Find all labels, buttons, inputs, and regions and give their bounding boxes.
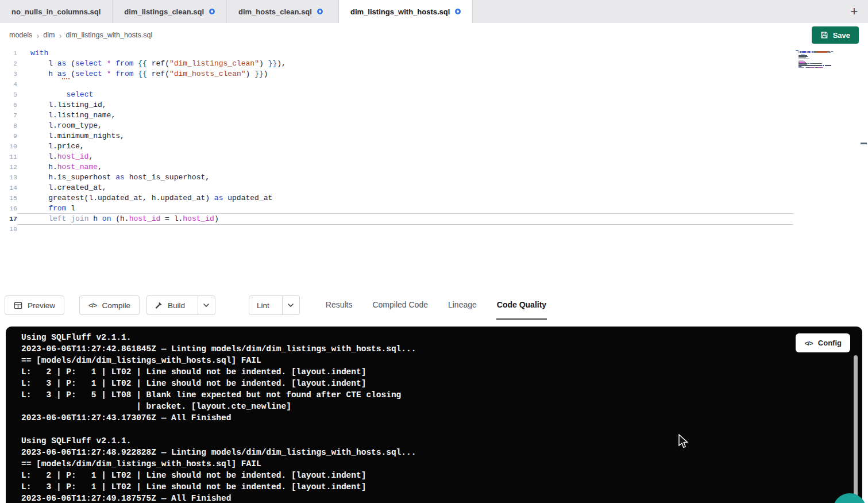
preview-button[interactable]: Preview <box>5 295 64 315</box>
code-lines: 1with2 l as (select * from {{ ref("dim_l… <box>0 48 868 235</box>
code-line-text: l.listing_id, <box>17 100 793 110</box>
code-token: l.listing_id, <box>30 101 107 109</box>
line-number: 6 <box>0 100 17 110</box>
terminal-line: 2023-06-06T11:27:49.187575Z — All Finish… <box>21 493 862 503</box>
build-button[interactable]: Build <box>147 296 192 314</box>
code-line[interactable]: 12 h.host_name, <box>0 162 868 172</box>
code-line[interactable]: 5 select <box>0 90 868 100</box>
code-line-text: h as (select * from {{ ref("dim_hosts_cl… <box>17 69 793 79</box>
code-line-text: h.is_superhost as host_is_superhost, <box>17 172 793 183</box>
code-token: select <box>75 70 102 78</box>
code-token: l.listing_name, <box>30 111 115 120</box>
lint-button[interactable]: Lint <box>249 296 277 314</box>
code-editor[interactable]: 1with2 l as (select * from {{ ref("dim_l… <box>0 47 868 291</box>
code-token: from <box>115 70 133 78</box>
code-token: select <box>75 59 102 68</box>
terminal-output[interactable]: Using SQLFluff v2.1.1.2023-06-06T11:27:4… <box>6 327 862 503</box>
panel-tab-results[interactable]: Results <box>325 291 353 320</box>
code-token: from <box>48 204 66 213</box>
code-line[interactable]: 1with <box>0 48 868 59</box>
code-token <box>30 204 48 213</box>
code-token: (h. <box>111 214 129 223</box>
line-number: 4 <box>0 79 17 90</box>
config-button[interactable]: </> Config <box>796 333 850 352</box>
code-token: as <box>115 173 125 182</box>
code-token: l.room_type, <box>30 121 102 130</box>
code-token: }} <box>268 59 277 68</box>
code-line[interactable]: 2 l as (select * from {{ ref("dim_listin… <box>0 59 868 69</box>
file-tab-label: dim_hosts_clean.sql <box>238 7 312 16</box>
code-line[interactable]: 13 h.is_superhost as host_is_superhost, <box>0 172 868 183</box>
panel-tab-code-quality[interactable]: Code Quality <box>496 291 547 320</box>
code-token: l.created_at, <box>30 183 107 192</box>
lint-underline <box>62 78 70 79</box>
code-token: host_is_superhost, <box>125 173 210 182</box>
code-line[interactable]: 16 from l <box>0 203 868 214</box>
terminal-line: 2023-06-06T11:27:42.861845Z — Linting mo… <box>21 343 862 355</box>
code-token: host_id <box>183 214 214 223</box>
line-number: 17 <box>0 214 17 224</box>
code-icon: </> <box>88 302 97 309</box>
code-token: l <box>30 59 57 68</box>
code-token: h.is_superhost <box>30 173 115 182</box>
code-token: host_name <box>57 163 98 171</box>
code-token: host_id <box>57 152 89 161</box>
code-line[interactable]: 14 l.created_at, <box>0 183 868 193</box>
code-token: select <box>66 90 93 99</box>
terminal-line: Using SQLFluff v2.1.1. <box>21 332 862 343</box>
build-options-dropdown[interactable] <box>198 296 215 314</box>
code-line[interactable]: 17 left join h on (h.host_id = l.host_id… <box>0 214 868 224</box>
file-tab[interactable]: no_nulls_in_columns.sql <box>0 0 113 23</box>
code-line[interactable]: 6 l.listing_id, <box>0 100 868 110</box>
code-line-text: left join h on (h.host_id = l.host_id) <box>17 214 793 224</box>
file-tab[interactable]: dim_listings_with_hosts.sql <box>339 0 473 23</box>
code-line-text: l.listing_name, <box>17 110 793 121</box>
file-tab[interactable]: dim_listings_clean.sql <box>113 0 227 23</box>
code-line[interactable]: 9 l.minimum_nights, <box>0 131 868 141</box>
code-line[interactable]: 3 h as (select * from {{ ref("dim_hosts_… <box>0 69 868 79</box>
lint-options-dropdown[interactable] <box>282 296 299 314</box>
code-token: {{ <box>138 70 147 78</box>
code-token: ref( <box>147 59 169 68</box>
code-token: as <box>57 59 67 68</box>
code-line[interactable]: 11 l.host_id, <box>0 152 868 162</box>
code-token: ref( <box>147 70 169 78</box>
code-line-text: from l <box>17 203 793 214</box>
code-line[interactable]: 18 <box>0 224 868 235</box>
code-token <box>30 214 48 223</box>
build-button-label: Build <box>168 301 185 310</box>
code-token <box>30 90 66 99</box>
panel-tab-lineage[interactable]: Lineage <box>447 291 477 320</box>
terminal-line: | bracket. [layout.cte_newline] <box>21 401 862 412</box>
terminal-line: == [models/dim/dim_listings_with_hosts.s… <box>21 458 862 470</box>
file-tab[interactable]: dim_hosts_clean.sql <box>227 0 339 23</box>
compile-button[interactable]: </> Compile <box>79 295 140 315</box>
code-token: l.minimum_nights, <box>30 132 125 140</box>
code-line[interactable]: 10 l.price, <box>0 141 868 152</box>
new-tab-button[interactable]: + <box>844 0 865 23</box>
action-toolbar: Preview </> Compile Build Lint ResultsCo… <box>0 291 868 320</box>
minimap[interactable] <box>796 50 842 70</box>
panel-tab-compiled-code[interactable]: Compiled Code <box>372 291 429 320</box>
code-line-text <box>17 79 793 90</box>
code-line[interactable]: 15 greatest(l.updated_at, h.updated_at) … <box>0 193 868 203</box>
line-number: 9 <box>0 131 17 141</box>
code-token: on <box>102 214 111 223</box>
code-line-text: greatest(l.updated_at, h.updated_at) as … <box>17 193 793 203</box>
save-button[interactable]: Save <box>812 26 859 44</box>
code-token: {{ <box>138 59 147 68</box>
code-token: }} <box>254 70 264 78</box>
code-line[interactable]: 8 l.room_type, <box>0 121 868 131</box>
code-line[interactable]: 7 l.listing_name, <box>0 110 868 121</box>
breadcrumb-item: dim <box>43 31 55 39</box>
terminal-scrollbar[interactable] <box>854 355 858 503</box>
scrollbar-marker <box>861 143 867 144</box>
code-token <box>102 59 107 68</box>
code-token: as <box>57 70 67 78</box>
line-number: 16 <box>0 203 17 214</box>
code-token: updated_at <box>223 194 272 202</box>
code-token: h <box>30 70 57 78</box>
code-token: ), <box>277 59 286 68</box>
code-line[interactable]: 4 <box>0 79 868 90</box>
line-number: 12 <box>0 162 17 172</box>
